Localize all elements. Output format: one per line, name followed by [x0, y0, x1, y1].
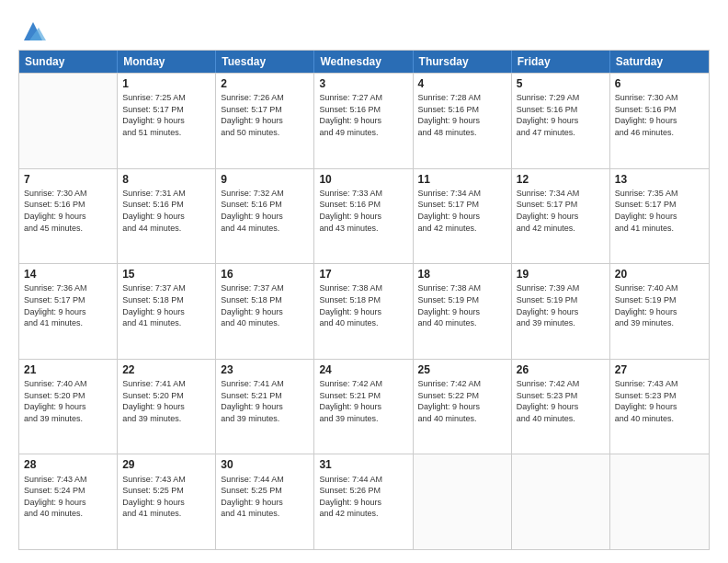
calendar-cell: 5Sunrise: 7:29 AMSunset: 5:16 PMDaylight… — [512, 74, 610, 168]
day-number: 27 — [615, 362, 704, 377]
day-number: 16 — [221, 267, 309, 282]
calendar-cell: 16Sunrise: 7:37 AMSunset: 5:18 PMDayligh… — [216, 264, 314, 359]
cell-text: Sunrise: 7:42 AMSunset: 5:21 PMDaylight:… — [319, 378, 407, 424]
calendar-cell: 9Sunrise: 7:32 AMSunset: 5:16 PMDaylight… — [216, 169, 314, 264]
calendar-cell — [512, 454, 610, 549]
calendar-cell: 29Sunrise: 7:43 AMSunset: 5:25 PMDayligh… — [118, 454, 216, 549]
day-number: 8 — [122, 172, 210, 187]
cell-text: Sunrise: 7:44 AMSunset: 5:26 PMDaylight:… — [319, 474, 407, 520]
day-number: 4 — [418, 76, 506, 91]
day-number: 10 — [319, 172, 407, 187]
calendar-cell: 30Sunrise: 7:44 AMSunset: 5:25 PMDayligh… — [216, 454, 314, 549]
calendar-body: 1Sunrise: 7:25 AMSunset: 5:17 PMDaylight… — [19, 73, 709, 549]
calendar-cell: 2Sunrise: 7:26 AMSunset: 5:17 PMDaylight… — [216, 74, 314, 168]
cell-text: Sunrise: 7:30 AMSunset: 5:16 PMDaylight:… — [615, 92, 704, 138]
calendar-cell: 22Sunrise: 7:41 AMSunset: 5:20 PMDayligh… — [118, 360, 216, 454]
calendar-cell: 24Sunrise: 7:42 AMSunset: 5:21 PMDayligh… — [314, 360, 413, 454]
day-number: 21 — [24, 362, 112, 377]
logo-icon — [20, 18, 46, 44]
cell-text: Sunrise: 7:39 AMSunset: 5:19 PMDaylight:… — [517, 282, 605, 328]
day-number: 14 — [24, 267, 112, 282]
calendar-week-row: 14Sunrise: 7:36 AMSunset: 5:17 PMDayligh… — [19, 263, 709, 359]
cell-text: Sunrise: 7:33 AMSunset: 5:16 PMDaylight:… — [319, 188, 407, 234]
calendar-cell: 23Sunrise: 7:41 AMSunset: 5:21 PMDayligh… — [216, 360, 314, 454]
day-number: 9 — [221, 172, 309, 187]
cell-text: Sunrise: 7:37 AMSunset: 5:18 PMDaylight:… — [122, 282, 210, 328]
cell-text: Sunrise: 7:27 AMSunset: 5:16 PMDaylight:… — [319, 92, 407, 138]
day-number: 5 — [517, 76, 605, 91]
day-number: 25 — [418, 362, 506, 377]
calendar-cell: 10Sunrise: 7:33 AMSunset: 5:16 PMDayligh… — [314, 169, 413, 264]
calendar-cell: 31Sunrise: 7:44 AMSunset: 5:26 PMDayligh… — [314, 454, 413, 549]
calendar-week-row: 7Sunrise: 7:30 AMSunset: 5:16 PMDaylight… — [19, 168, 709, 264]
cell-text: Sunrise: 7:29 AMSunset: 5:16 PMDaylight:… — [517, 92, 605, 138]
logo-area — [18, 17, 46, 44]
calendar-cell: 19Sunrise: 7:39 AMSunset: 5:19 PMDayligh… — [512, 264, 610, 359]
calendar-cell: 3Sunrise: 7:27 AMSunset: 5:16 PMDaylight… — [314, 74, 413, 168]
calendar-header-cell: Saturday — [610, 51, 709, 73]
calendar-cell: 13Sunrise: 7:35 AMSunset: 5:17 PMDayligh… — [610, 169, 709, 264]
calendar-week-row: 21Sunrise: 7:40 AMSunset: 5:20 PMDayligh… — [19, 359, 709, 454]
day-number: 18 — [418, 267, 506, 282]
cell-text: Sunrise: 7:31 AMSunset: 5:16 PMDaylight:… — [122, 188, 210, 234]
cell-text: Sunrise: 7:42 AMSunset: 5:22 PMDaylight:… — [418, 378, 506, 424]
cell-text: Sunrise: 7:43 AMSunset: 5:25 PMDaylight:… — [122, 474, 210, 520]
cell-text: Sunrise: 7:30 AMSunset: 5:16 PMDaylight:… — [24, 188, 112, 234]
cell-text: Sunrise: 7:26 AMSunset: 5:17 PMDaylight:… — [221, 92, 309, 138]
calendar-cell: 27Sunrise: 7:43 AMSunset: 5:23 PMDayligh… — [610, 360, 709, 454]
calendar-cell: 20Sunrise: 7:40 AMSunset: 5:19 PMDayligh… — [610, 264, 709, 359]
day-number: 7 — [24, 172, 112, 187]
calendar: SundayMondayTuesdayWednesdayThursdayFrid… — [18, 50, 710, 550]
day-number: 30 — [221, 457, 309, 472]
day-number: 20 — [615, 267, 704, 282]
calendar-cell: 1Sunrise: 7:25 AMSunset: 5:17 PMDaylight… — [118, 74, 216, 168]
calendar-week-row: 1Sunrise: 7:25 AMSunset: 5:17 PMDaylight… — [19, 73, 709, 168]
calendar-header-cell: Sunday — [19, 51, 118, 73]
cell-text: Sunrise: 7:36 AMSunset: 5:17 PMDaylight:… — [24, 282, 112, 328]
cell-text: Sunrise: 7:41 AMSunset: 5:21 PMDaylight:… — [221, 378, 309, 424]
calendar-cell: 12Sunrise: 7:34 AMSunset: 5:17 PMDayligh… — [512, 169, 610, 264]
day-number: 12 — [517, 172, 605, 187]
calendar-cell: 11Sunrise: 7:34 AMSunset: 5:17 PMDayligh… — [414, 169, 512, 264]
day-number: 2 — [221, 76, 309, 91]
cell-text: Sunrise: 7:38 AMSunset: 5:18 PMDaylight:… — [319, 282, 407, 328]
calendar-week-row: 28Sunrise: 7:43 AMSunset: 5:24 PMDayligh… — [19, 454, 709, 549]
calendar-header-cell: Friday — [512, 51, 610, 73]
calendar-header-cell: Tuesday — [216, 51, 314, 73]
calendar-cell: 25Sunrise: 7:42 AMSunset: 5:22 PMDayligh… — [414, 360, 512, 454]
calendar-cell: 17Sunrise: 7:38 AMSunset: 5:18 PMDayligh… — [314, 264, 413, 359]
cell-text: Sunrise: 7:41 AMSunset: 5:20 PMDaylight:… — [122, 378, 210, 424]
cell-text: Sunrise: 7:28 AMSunset: 5:16 PMDaylight:… — [418, 92, 506, 138]
calendar-cell: 28Sunrise: 7:43 AMSunset: 5:24 PMDayligh… — [19, 454, 118, 549]
day-number: 22 — [122, 362, 210, 377]
cell-text: Sunrise: 7:38 AMSunset: 5:19 PMDaylight:… — [418, 282, 506, 328]
day-number: 28 — [24, 457, 112, 472]
cell-text: Sunrise: 7:43 AMSunset: 5:23 PMDaylight:… — [615, 378, 704, 424]
cell-text: Sunrise: 7:34 AMSunset: 5:17 PMDaylight:… — [418, 188, 506, 234]
calendar-cell: 4Sunrise: 7:28 AMSunset: 5:16 PMDaylight… — [414, 74, 512, 168]
calendar-cell: 21Sunrise: 7:40 AMSunset: 5:20 PMDayligh… — [19, 360, 118, 454]
day-number: 13 — [615, 172, 704, 187]
day-number: 19 — [517, 267, 605, 282]
calendar-cell: 15Sunrise: 7:37 AMSunset: 5:18 PMDayligh… — [118, 264, 216, 359]
calendar-cell — [414, 454, 512, 549]
cell-text: Sunrise: 7:32 AMSunset: 5:16 PMDaylight:… — [221, 188, 309, 234]
day-number: 11 — [418, 172, 506, 187]
day-number: 29 — [122, 457, 210, 472]
calendar-header-row: SundayMondayTuesdayWednesdayThursdayFrid… — [19, 51, 709, 73]
day-number: 3 — [319, 76, 407, 91]
page: SundayMondayTuesdayWednesdayThursdayFrid… — [0, 0, 728, 563]
cell-text: Sunrise: 7:40 AMSunset: 5:20 PMDaylight:… — [24, 378, 112, 424]
calendar-cell: 26Sunrise: 7:42 AMSunset: 5:23 PMDayligh… — [512, 360, 610, 454]
header — [18, 17, 710, 44]
cell-text: Sunrise: 7:37 AMSunset: 5:18 PMDaylight:… — [221, 282, 309, 328]
day-number: 26 — [517, 362, 605, 377]
day-number: 15 — [122, 267, 210, 282]
day-number: 17 — [319, 267, 407, 282]
calendar-cell: 14Sunrise: 7:36 AMSunset: 5:17 PMDayligh… — [19, 264, 118, 359]
cell-text: Sunrise: 7:25 AMSunset: 5:17 PMDaylight:… — [122, 92, 210, 138]
cell-text: Sunrise: 7:40 AMSunset: 5:19 PMDaylight:… — [615, 282, 704, 328]
cell-text: Sunrise: 7:34 AMSunset: 5:17 PMDaylight:… — [517, 188, 605, 234]
calendar-cell — [610, 454, 709, 549]
cell-text: Sunrise: 7:42 AMSunset: 5:23 PMDaylight:… — [517, 378, 605, 424]
